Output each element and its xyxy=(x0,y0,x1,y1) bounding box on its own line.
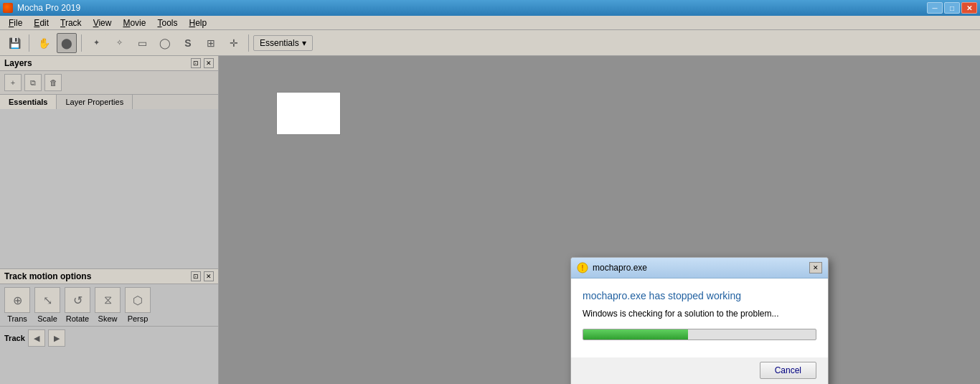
toolbar-separator-1 xyxy=(29,34,29,52)
tool-grid[interactable]: ⊞ xyxy=(201,33,221,53)
motion-btn-trans[interactable]: ⊕ Trans xyxy=(4,287,30,323)
scale-icon: ⤡ xyxy=(34,287,60,313)
layers-panel-header: Layers ⊡ ✕ xyxy=(0,56,218,71)
minimize-button[interactable]: ─ xyxy=(927,2,943,14)
menu-tools[interactable]: Tools xyxy=(151,17,183,29)
trans-icon: ⊕ xyxy=(4,287,30,313)
menu-movie[interactable]: Movie xyxy=(117,17,151,29)
menu-help[interactable]: Help xyxy=(183,17,212,29)
tool-point[interactable]: ⬤ xyxy=(57,33,77,53)
trans-label: Trans xyxy=(7,314,27,323)
dialog-title-icon: ! xyxy=(577,262,588,273)
dialog-error-title: mochapro.exe has stopped working xyxy=(583,290,816,301)
tool-transform[interactable]: ✛ xyxy=(224,33,244,53)
track-motion-section: Track motion options ⊡ ✕ ⊕ Trans ⤡ Scale… xyxy=(0,269,218,384)
motion-btn-rotate[interactable]: ↺ Rotate xyxy=(65,287,90,323)
layers-toolbar: + ⧉ 🗑 xyxy=(0,71,218,95)
dialog-progress-bar-container xyxy=(583,329,816,340)
tool-bezier[interactable]: ✧ xyxy=(109,33,129,53)
persp-label: Persp xyxy=(128,314,149,323)
track-footer: Track ◀ ▶ xyxy=(0,326,218,350)
layers-panel-title: Layers xyxy=(4,58,32,68)
scale-label: Scale xyxy=(37,314,57,323)
tool-rect[interactable]: ▭ xyxy=(132,33,152,53)
track-forward-btn[interactable]: ▶ xyxy=(48,329,65,347)
toolbar-separator-2 xyxy=(81,34,82,52)
rotate-label: Rotate xyxy=(66,314,89,323)
skew-icon: ⧖ xyxy=(95,287,121,313)
title-bar: Mocha Pro 2019 ─ □ ✕ xyxy=(0,0,980,16)
motion-buttons: ⊕ Trans ⤡ Scale ↺ Rotate ⧖ Skew ⬡ Pers xyxy=(0,284,218,326)
tool-pan[interactable]: ✋ xyxy=(34,33,54,53)
main-toolbar: 💾 ✋ ⬤ ✦ ✧ ▭ ◯ S ⊞ ✛ Essentials ▾ xyxy=(0,30,980,56)
rotate-icon: ↺ xyxy=(65,287,90,313)
layers-float-btn[interactable]: ⊡ xyxy=(191,58,201,68)
tool-xspline[interactable]: ✦ xyxy=(86,33,106,53)
track-close-btn[interactable]: ✕ xyxy=(204,271,214,281)
motion-btn-scale[interactable]: ⤡ Scale xyxy=(34,287,60,323)
canvas-area: ! mochapro.exe ✕ mochapro.exe has stoppe… xyxy=(219,56,980,384)
menu-view[interactable]: View xyxy=(88,17,118,29)
dialog-close-btn[interactable]: ✕ xyxy=(809,262,822,273)
error-dialog: ! mochapro.exe ✕ mochapro.exe has stoppe… xyxy=(570,257,829,384)
tab-essentials[interactable]: Essentials xyxy=(0,95,57,109)
window-controls: ─ □ ✕ xyxy=(927,2,977,14)
tool-surface[interactable]: S xyxy=(178,33,198,53)
menu-track[interactable]: Track xyxy=(55,17,88,29)
close-button[interactable]: ✕ xyxy=(961,2,977,14)
app-icon xyxy=(3,3,13,13)
layers-tabs: Essentials Layer Properties xyxy=(0,95,218,109)
track-motion-title: Track motion options xyxy=(4,271,91,281)
track-back-btn[interactable]: ◀ xyxy=(28,329,45,347)
track-float-btn[interactable]: ⊡ xyxy=(191,271,201,281)
dialog-title-bar: ! mochapro.exe ✕ xyxy=(571,258,828,278)
skew-label: Skew xyxy=(98,314,118,323)
layer-add-btn[interactable]: + xyxy=(4,74,22,91)
layer-delete-btn[interactable]: 🗑 xyxy=(44,74,62,91)
tool-save[interactable]: 💾 xyxy=(4,33,24,53)
menu-file[interactable]: File xyxy=(3,17,28,29)
track-motion-controls: ⊡ ✕ xyxy=(191,271,214,281)
track-label: Track xyxy=(4,334,25,342)
dialog-title-text: mochapro.exe xyxy=(593,263,647,273)
canvas-preview xyxy=(276,92,341,135)
motion-btn-skew[interactable]: ⧖ Skew xyxy=(95,287,121,323)
dialog-progress-fill xyxy=(583,329,688,339)
svg-text:!: ! xyxy=(581,264,583,272)
layer-duplicate-btn[interactable]: ⧉ xyxy=(24,74,42,91)
motion-btn-persp[interactable]: ⬡ Persp xyxy=(125,287,151,323)
essentials-label: Essentials xyxy=(260,38,299,48)
essentials-chevron-icon: ▾ xyxy=(302,38,306,48)
menu-bar: File Edit Track View Movie Tools Help xyxy=(0,16,980,30)
dialog-body: mochapro.exe has stopped working Windows… xyxy=(571,278,828,357)
dialog-footer: Cancel xyxy=(571,357,828,384)
dialog-title-left: ! mochapro.exe xyxy=(577,262,647,273)
dialog-cancel-button[interactable]: Cancel xyxy=(760,362,816,379)
left-panel: Layers ⊡ ✕ + ⧉ 🗑 Essentials Layer Proper… xyxy=(0,56,219,384)
toolbar-separator-3 xyxy=(248,34,249,52)
tool-circle[interactable]: ◯ xyxy=(155,33,175,53)
persp-icon: ⬡ xyxy=(125,287,151,313)
tab-layer-properties[interactable]: Layer Properties xyxy=(57,95,133,109)
layers-close-btn[interactable]: ✕ xyxy=(204,58,214,68)
layers-section: Layers ⊡ ✕ + ⧉ 🗑 Essentials Layer Proper… xyxy=(0,56,218,269)
essentials-dropdown[interactable]: Essentials ▾ xyxy=(253,35,313,51)
track-motion-header: Track motion options ⊡ ✕ xyxy=(0,269,218,284)
maximize-button[interactable]: □ xyxy=(944,2,960,14)
main-layout: Layers ⊡ ✕ + ⧉ 🗑 Essentials Layer Proper… xyxy=(0,56,980,384)
layers-panel-controls: ⊡ ✕ xyxy=(191,58,214,68)
menu-edit[interactable]: Edit xyxy=(28,17,55,29)
dialog-message: Windows is checking for a solution to th… xyxy=(583,309,816,319)
app-title: Mocha Pro 2019 xyxy=(17,3,80,13)
title-bar-left: Mocha Pro 2019 xyxy=(3,3,80,13)
